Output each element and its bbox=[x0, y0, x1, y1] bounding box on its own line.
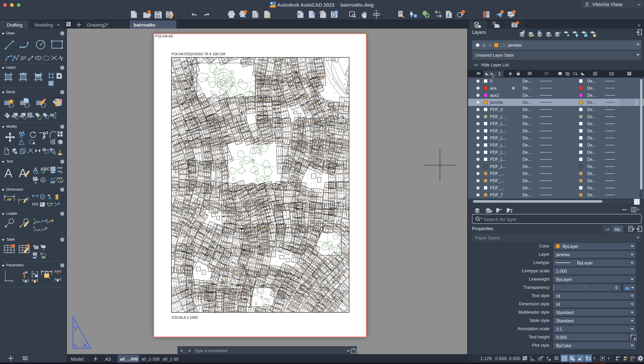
svg-text:B: B bbox=[571, 357, 572, 359]
svg-text:i: i bbox=[479, 25, 480, 28]
